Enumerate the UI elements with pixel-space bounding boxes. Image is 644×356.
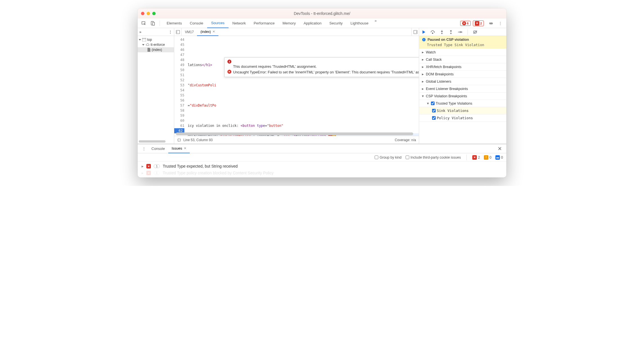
code-lines: lations</h1> "divCustomPoli ="divDefault… [186,36,419,136]
inspect-icon[interactable] [140,19,148,27]
cloud-icon [146,43,149,46]
issue-title: Trusted Type policy creation blocked by … [163,171,274,175]
step-button[interactable] [457,29,463,35]
error-count-badge-icon: 2 [227,60,231,64]
policy-checkbox[interactable] [432,116,436,120]
navigator-menu-icon[interactable]: ⋮ [169,30,172,34]
separator [160,21,160,26]
issue-row[interactable]: ▸ ✕ 1 Trusted Type expected, but String … [138,162,506,171]
tab-sources[interactable]: Sources [207,19,229,28]
svg-point-9 [450,33,451,34]
acc-policy-violations[interactable]: Policy Violations [419,114,506,122]
code-editor: VM17 (index)✕ 44454647484950515253545556… [174,28,419,144]
horizontal-scrollbar[interactable] [176,132,413,135]
editor-tab-index[interactable]: (index)✕ [197,28,218,36]
step-out-button[interactable] [448,29,454,35]
debugger-accordion: ▸Watch ▸Call Stack ▸XHR/fetch Breakpoint… [419,49,506,122]
drawer-menu-icon[interactable]: ⋮ [140,147,148,151]
navigator-sidebar: » ⋮ top tt-enforce (index) [138,28,174,144]
kebab-menu-icon[interactable]: ⋮ [496,19,504,27]
editor-tab-vm17[interactable]: VM17 [182,28,197,36]
resume-button[interactable] [421,29,427,35]
nav-sidebar-toggle-icon[interactable] [174,28,182,36]
tab-memory[interactable]: Memory [279,19,300,28]
code-area[interactable]: 44454647484950515253545556575859606162 l… [174,36,419,136]
navigator-more-icon[interactable]: » [139,30,141,34]
braces-icon[interactable]: {} [177,138,181,142]
tab-lighthouse[interactable]: Lighthouse [346,19,372,28]
window-title: DevTools - tt-enforced.glitch.me/ [138,11,506,16]
tab-application[interactable]: Application [300,19,326,28]
editor-tabs: VM17 (index)✕ [174,28,419,36]
info-icon: i [422,38,426,42]
close-drawer-icon[interactable]: ✕ [495,146,504,152]
devtools-window: DevTools - tt-enforced.glitch.me/ Elemen… [138,8,506,177]
issue-row[interactable]: ▸ ✕ 1 Trusted Type policy creation block… [138,171,506,177]
acc-dom[interactable]: ▸DOM Breakpoints [419,71,506,78]
tree-row-domain[interactable]: tt-enforce [138,42,174,47]
acc-global[interactable]: ▸Global Listeners [419,78,506,85]
device-toggle-icon[interactable] [149,19,157,27]
main-toolbar: Elements Console Sources Network Perform… [138,19,506,28]
drawer-tab-console[interactable]: Console [148,144,168,153]
more-tabs-icon[interactable]: » [372,19,379,28]
sink-checkbox[interactable] [432,109,436,112]
svg-rect-6 [414,30,417,34]
tab-network[interactable]: Network [229,19,250,28]
tooltip-msg2: Uncaught TypeError: Failed to set the 'i… [233,70,419,75]
debugger-controls [419,28,506,36]
svg-point-10 [461,31,462,33]
scrollbar[interactable] [139,140,166,143]
acc-callstack[interactable]: ▸Call Stack [419,56,506,63]
acc-sink-violations[interactable]: Sink Violations [419,107,506,114]
editor-statusbar: {}Line 53, Column 93 Coverage: n/a [174,136,419,144]
svg-rect-5 [176,30,180,34]
tab-console[interactable]: Console [186,19,207,28]
third-party-toggle[interactable]: Include third-party cookie issues [406,156,461,159]
close-tab-icon[interactable]: ✕ [213,30,215,33]
issue-title: Trusted Type expected, but String receiv… [163,164,238,168]
issues-filter-bar: Group by kind Include third-party cookie… [138,153,506,162]
svg-point-7 [432,33,433,33]
drawer: ⋮ Console Issues✕ ✕ Group by kind Includ… [138,144,506,177]
tree-row-file[interactable]: (index) [138,47,174,52]
svg-rect-2 [153,22,155,25]
tab-elements[interactable]: Elements [163,19,186,28]
tree-row-top[interactable]: top [138,37,174,42]
error-count-badge[interactable]: ✕6 [460,21,471,26]
deactivate-breakpoints-button[interactable] [472,29,478,35]
drawer-tab-issues[interactable]: Issues✕ [168,144,190,153]
coverage-status: Coverage: n/a [395,138,416,142]
tt-checkbox[interactable] [431,102,435,105]
group-by-kind-toggle[interactable]: Group by kind [375,156,402,159]
issue-count-badge: 1 [154,164,160,168]
acc-xhr[interactable]: ▸XHR/fetch Breakpoints [419,63,506,71]
debugger-sidebar: iPaused on CSP violation Trusted Type Si… [419,28,506,144]
debugger-sidebar-toggle-icon[interactable] [412,28,419,36]
issue-count-badge: 1 [154,171,160,175]
acc-tt-violations[interactable]: ▾Trusted Type Violations [419,100,506,107]
line-gutter: 44454647484950515253545556575859606162 [174,36,186,134]
error-icon: ✕ [227,70,231,74]
navigator-header: » ⋮ [138,28,174,36]
paused-banner: iPaused on CSP violation Trusted Type Si… [419,36,506,49]
issue-count-badge[interactable]: ✕2 [473,21,484,26]
tab-performance[interactable]: Performance [250,19,278,28]
close-drawer-tab-icon[interactable]: ✕ [184,147,186,150]
acc-event[interactable]: ▸Event Listener Breakpoints [419,85,506,93]
panel-tabs: Elements Console Sources Network Perform… [163,19,459,28]
separator [466,155,467,160]
settings-icon[interactable] [487,19,495,27]
tab-security[interactable]: Security [325,19,346,28]
svg-point-8 [441,33,442,34]
issue-count: 2 [480,22,482,25]
error-tooltip: 2 This document requires 'TrustedHTML' a… [224,57,419,77]
issue-count-blue: ▬0 [495,155,503,160]
acc-csp[interactable]: ▾CSP Violation Breakpoints [419,93,506,100]
issue-count-orange: !0 [484,155,491,160]
svg-rect-3 [142,38,146,41]
step-into-button[interactable] [439,29,445,35]
error-count: 6 [467,22,469,25]
acc-watch[interactable]: ▸Watch [419,49,506,56]
step-over-button[interactable] [430,29,436,35]
